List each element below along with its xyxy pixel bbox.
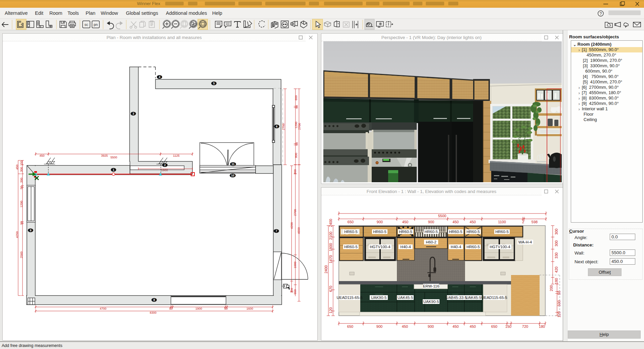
svg-text:4200: 4200	[290, 222, 293, 229]
svg-text:UEAD115-65-5: UEAD115-65-5	[481, 296, 507, 300]
svg-text:1600: 1600	[246, 307, 253, 310]
svg-text:UAK90-5: UAK90-5	[371, 296, 387, 300]
svg-text:H40-4: H40-4	[451, 245, 461, 249]
svg-text:650: 650	[348, 220, 354, 224]
svg-text:50: 50	[557, 291, 561, 295]
svg-text:2100: 2100	[329, 232, 333, 240]
svg-text:1470: 1470	[329, 255, 333, 263]
svg-text:11: 11	[232, 162, 235, 166]
svg-text:1800: 1800	[329, 243, 333, 251]
svg-text:HR60-5: HR60-5	[495, 230, 509, 234]
svg-text:UAB45-33-5: UAB45-33-5	[446, 296, 467, 300]
svg-text:1200: 1200	[20, 201, 23, 207]
svg-text:550: 550	[293, 289, 297, 294]
svg-text:450: 450	[470, 324, 476, 328]
svg-text:ERW-116: ERW-116	[423, 284, 440, 288]
svg-text:2: 2	[164, 163, 166, 167]
svg-text:450: 450	[402, 220, 408, 224]
svg-text:H60-2: H60-2	[426, 240, 436, 244]
svg-text:4550: 4550	[297, 227, 301, 234]
svg-text:720: 720	[522, 324, 528, 328]
svg-text:1100: 1100	[498, 220, 506, 224]
svg-text:2: 2	[522, 220, 524, 224]
svg-text:HR60-5: HR60-5	[466, 230, 480, 234]
svg-text:8: 8	[153, 298, 155, 302]
svg-text:HR60-5: HR60-5	[424, 230, 438, 234]
svg-text:4250: 4250	[15, 231, 19, 238]
svg-text:2560: 2560	[20, 251, 23, 258]
svg-text:450: 450	[39, 154, 44, 157]
svg-text:650: 650	[347, 324, 353, 328]
svg-text:900: 900	[377, 220, 383, 224]
svg-text:150: 150	[20, 160, 23, 165]
svg-text:HR60-5: HR60-5	[449, 230, 462, 234]
svg-text:300: 300	[20, 167, 23, 172]
svg-text:4: 4	[159, 75, 160, 79]
svg-text:1900: 1900	[161, 168, 168, 172]
svg-text:900: 900	[428, 220, 434, 224]
svg-text:2700: 2700	[293, 209, 297, 216]
svg-text:450: 450	[470, 220, 476, 224]
svg-text:650: 650	[491, 324, 497, 328]
svg-text:180: 180	[539, 324, 545, 328]
svg-text:WA-H-4: WA-H-4	[518, 240, 532, 244]
svg-text:HR60-5: HR60-5	[466, 245, 480, 249]
svg-text:420: 420	[554, 267, 558, 273]
svg-text:900: 900	[428, 324, 434, 328]
svg-text:2700: 2700	[282, 123, 285, 130]
svg-text:200: 200	[549, 285, 553, 291]
svg-text:UAK45-5: UAK45-5	[466, 296, 481, 300]
svg-text:300: 300	[554, 229, 558, 235]
svg-text:50: 50	[20, 186, 23, 189]
svg-text:50: 50	[295, 105, 298, 109]
svg-text:2400: 2400	[329, 219, 333, 227]
svg-text:50: 50	[295, 142, 298, 146]
svg-text:150: 150	[505, 324, 511, 328]
svg-text:450: 450	[453, 324, 459, 328]
svg-text:HR60-5: HR60-5	[399, 230, 412, 234]
svg-text:5500: 5500	[438, 214, 446, 218]
svg-text:330: 330	[554, 253, 558, 259]
svg-text:3: 3	[133, 112, 134, 115]
svg-text:350: 350	[290, 288, 293, 293]
svg-text:500: 500	[557, 300, 561, 306]
svg-text:120: 120	[557, 311, 561, 317]
svg-text:900: 900	[376, 324, 382, 328]
svg-text:UAK45-5: UAK45-5	[398, 296, 413, 300]
svg-text:5500: 5500	[110, 156, 117, 159]
svg-text:8300: 8300	[150, 311, 156, 314]
svg-text:HR60-5: HR60-5	[373, 230, 386, 234]
svg-text:9: 9	[30, 229, 32, 232]
svg-text:600: 600	[294, 95, 298, 100]
svg-text:HR60-5: HR60-5	[344, 230, 358, 234]
svg-text:1200: 1200	[294, 122, 298, 128]
svg-text:10: 10	[231, 174, 234, 177]
svg-text:4700: 4700	[100, 307, 106, 310]
svg-text:1900: 1900	[195, 307, 202, 310]
svg-text:7: 7	[276, 229, 277, 233]
svg-text:HR60-5: HR60-5	[344, 245, 358, 249]
svg-text:300: 300	[554, 240, 558, 246]
svg-text:HGTV100-4: HGTV100-4	[490, 245, 510, 249]
svg-text:sc: sc	[85, 23, 89, 27]
svg-text:HGTV100-4: HGTV100-4	[370, 245, 390, 249]
svg-text:UEAD115-65-5: UEAD115-65-5	[336, 296, 362, 300]
svg-text:450: 450	[15, 164, 19, 169]
svg-text:2700: 2700	[298, 123, 301, 130]
svg-text:300: 300	[293, 169, 297, 174]
svg-text:6: 6	[276, 125, 278, 128]
svg-text:120: 120	[329, 307, 333, 313]
svg-text:2400: 2400	[324, 265, 328, 273]
svg-text:1000: 1000	[293, 262, 297, 268]
svg-text:180: 180	[554, 278, 558, 284]
svg-text:UAK90-5: UAK90-5	[423, 300, 439, 304]
svg-text:50: 50	[20, 221, 23, 225]
svg-text:1125: 1125	[173, 154, 179, 157]
svg-text:H40-4: H40-4	[400, 245, 411, 249]
svg-text:670: 670	[329, 286, 333, 292]
svg-text:3925: 3925	[101, 154, 108, 157]
svg-text:1: 1	[113, 168, 114, 171]
svg-text:800: 800	[294, 153, 298, 158]
svg-text:5: 5	[213, 82, 215, 85]
svg-text:450: 450	[402, 324, 408, 328]
